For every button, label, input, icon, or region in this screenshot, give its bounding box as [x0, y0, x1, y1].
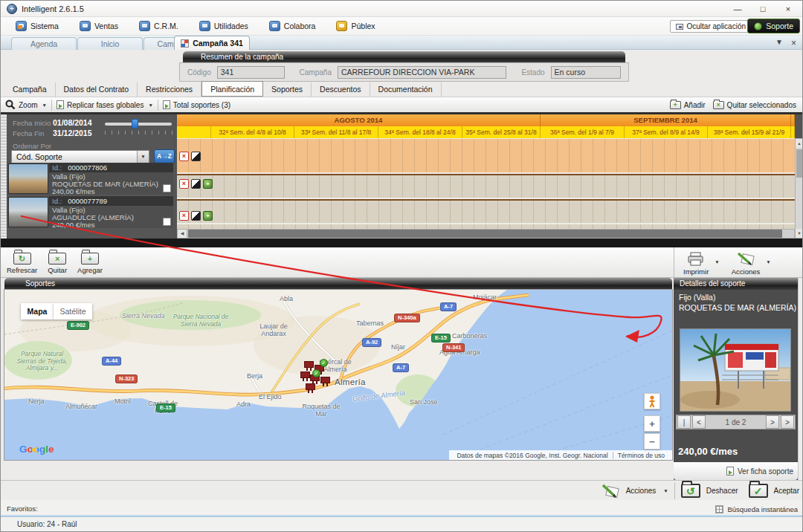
tab-agenda[interactable]: Agenda — [11, 37, 77, 50]
subtab-descuentos[interactable]: Descuentos — [312, 82, 370, 97]
slider-ruler — [105, 131, 173, 134]
soporte-thumbnail — [8, 197, 48, 227]
map-label: Abla — [280, 295, 293, 302]
timeline-row-soporte-2[interactable] — [177, 201, 795, 223]
details-toolbar: Imprimir ▼ Acciones ▼ — [674, 247, 803, 278]
left-splitter[interactable] — [1, 114, 7, 239]
subtab-campana[interactable]: Campaña — [4, 82, 56, 97]
fill-phase-icon[interactable] — [191, 179, 201, 189]
subtab-documentacion[interactable]: Documentación — [370, 82, 442, 97]
maximize-button[interactable]: □ — [750, 1, 775, 16]
menu-publex[interactable]: Públex — [336, 21, 375, 31]
map-canvas[interactable]: Abla Mojácar Tabernas Carboneras Agua Am… — [4, 290, 672, 460]
soporte-list-item[interactable]: Id.:0000077806 Valla (Fijo) ROQUETAS DE … — [7, 163, 173, 195]
tab-close-icon[interactable]: × — [791, 38, 796, 48]
estado-field[interactable]: En curso — [551, 66, 621, 79]
billboard-marker[interactable] — [306, 383, 315, 390]
marker-check-icon: ✓ — [312, 369, 320, 377]
ordenar-dropdown[interactable]: Cód. Soporte▼ — [11, 150, 149, 163]
item-checkbox[interactable] — [163, 184, 171, 192]
codigo-field[interactable]: 341 — [217, 66, 285, 79]
pager-first-button[interactable]: | — [677, 415, 691, 429]
quitar-button[interactable]: ×Quitar — [48, 250, 67, 274]
fill-phase-icon[interactable] — [191, 211, 201, 221]
zoom-dropdown-icon[interactable]: ▼ — [42, 103, 47, 108]
anadir-button[interactable]: +Añadir — [670, 101, 706, 109]
scroll-up-icon[interactable]: ▲ — [796, 139, 803, 148]
pegman-control[interactable] — [644, 393, 660, 409]
imprimir-dropdown-icon[interactable]: ▼ — [715, 259, 719, 265]
menu-utilidades[interactable]: Utilidades — [199, 21, 248, 31]
subtab-restricciones[interactable]: Restricciones — [138, 82, 201, 97]
slider-thumb[interactable] — [132, 119, 138, 129]
sort-az-button[interactable]: A→Z — [154, 149, 175, 163]
remove-phase-icon[interactable]: × — [179, 211, 189, 221]
scroll-down-icon[interactable]: ▼ — [796, 229, 803, 238]
menu-crm[interactable]: C.R.M. — [139, 21, 178, 31]
acciones-button[interactable]: Acciones — [732, 250, 761, 276]
details-scrollbar[interactable] — [798, 278, 803, 480]
quitar-seleccionados-button[interactable]: ×Quitar seleccionados — [713, 101, 796, 109]
close-button[interactable]: × — [775, 1, 801, 16]
zoom-in-button[interactable]: + — [644, 415, 660, 432]
pager-prev-button[interactable]: < — [692, 415, 706, 429]
pager-last-button[interactable]: > — [781, 415, 794, 429]
week-34: 34ª Sem. del 18/8 al 24/8 — [378, 126, 462, 138]
terms-link[interactable]: Términos de uso — [613, 452, 669, 459]
dropdown-arrow-icon[interactable]: ▼ — [137, 151, 149, 163]
ver-ficha-button[interactable]: Ver ficha soporte — [738, 467, 793, 476]
timeline-horizontal-scrollbar[interactable]: ◀ — [177, 229, 795, 239]
footer-acciones-dropdown-icon[interactable]: ▼ — [663, 488, 668, 493]
busqueda-instantanea-button[interactable]: Búsqueda instantánea — [715, 505, 798, 513]
pencil-doc-icon — [736, 252, 755, 266]
subtab-soportes[interactable]: Soportes — [263, 82, 312, 97]
menu-sistema[interactable]: Sistema — [16, 21, 59, 31]
imprimir-button[interactable]: Imprimir — [683, 250, 709, 276]
timeline-row-soporte-1[interactable] — [177, 175, 795, 198]
add-phase-icon[interactable]: + — [203, 179, 213, 189]
agregar-button[interactable]: +Agregar — [77, 250, 103, 274]
map-type-satelite-button[interactable]: Satélite — [54, 303, 92, 319]
pager-next-button[interactable]: > — [766, 415, 779, 429]
remove-phase-icon[interactable]: × — [179, 152, 189, 161]
billboard-marker[interactable] — [320, 377, 330, 383]
item-checkbox[interactable] — [163, 218, 171, 226]
campana-field[interactable]: CARREFOUR DIRECCION VIA-PARK — [338, 66, 506, 79]
acciones-dropdown-icon[interactable]: ▼ — [766, 259, 770, 265]
map-type-mapa-button[interactable]: Mapa — [21, 303, 54, 319]
tab-campana-341[interactable]: Campaña 341 — [174, 36, 250, 50]
minimize-button[interactable]: — — [725, 1, 750, 16]
scroll-left-icon[interactable]: ◀ — [178, 230, 187, 238]
timeline-row-campaign[interactable] — [177, 139, 795, 172]
horizontal-scroll-thumb[interactable] — [188, 230, 782, 238]
menu-ventas[interactable]: Ventas — [80, 21, 118, 31]
hide-application-button[interactable]: Ocultar aplicación — [670, 20, 752, 33]
support-button[interactable]: Soporte — [747, 19, 800, 33]
road-shield: E-15 — [156, 403, 175, 412]
timeline-vertical-scrollbar[interactable]: ▲ ▼ — [795, 138, 803, 239]
remove-phase-icon[interactable]: × — [179, 179, 189, 189]
aceptar-button[interactable]: Aceptar — [774, 487, 799, 495]
deshacer-button[interactable]: Deshacer — [706, 487, 738, 495]
tab-inicio[interactable]: Inicio — [77, 37, 143, 50]
billboard-marker[interactable] — [300, 372, 310, 378]
map-label: Nerja — [28, 398, 45, 405]
menu-colabora[interactable]: Colabora — [269, 21, 316, 31]
replicar-dropdown-icon[interactable]: ▼ — [148, 103, 152, 108]
add-phase-icon[interactable]: + — [203, 211, 213, 221]
billboard-marker[interactable] — [304, 361, 314, 368]
total-doc-icon — [163, 100, 170, 109]
vertical-scroll-thumb[interactable] — [796, 149, 802, 178]
tab-list-menu-icon[interactable]: ▼ — [775, 38, 783, 46]
zoom-out-button[interactable]: − — [644, 433, 660, 450]
subtab-datos-contrato[interactable]: Datos del Contrato — [56, 82, 138, 97]
replicar-fases-button[interactable]: Replicar fases globales ▼ — [57, 100, 153, 109]
fill-phase-icon[interactable] — [191, 152, 201, 161]
footer-acciones-button[interactable]: Acciones — [626, 487, 657, 495]
soporte-list-item[interactable]: Id.:0000077789 Valla (Fijo) AGUADULCE (A… — [7, 196, 173, 228]
date-zoom-slider[interactable] — [105, 123, 172, 126]
zoom-button[interactable]: Zoom ▼ — [5, 100, 47, 110]
subtab-planificacion[interactable]: Planificación — [201, 81, 263, 97]
refrescar-button[interactable]: ↻Refrescar — [7, 250, 37, 274]
ver-ficha-strip: Ver ficha soporte — [674, 462, 798, 480]
